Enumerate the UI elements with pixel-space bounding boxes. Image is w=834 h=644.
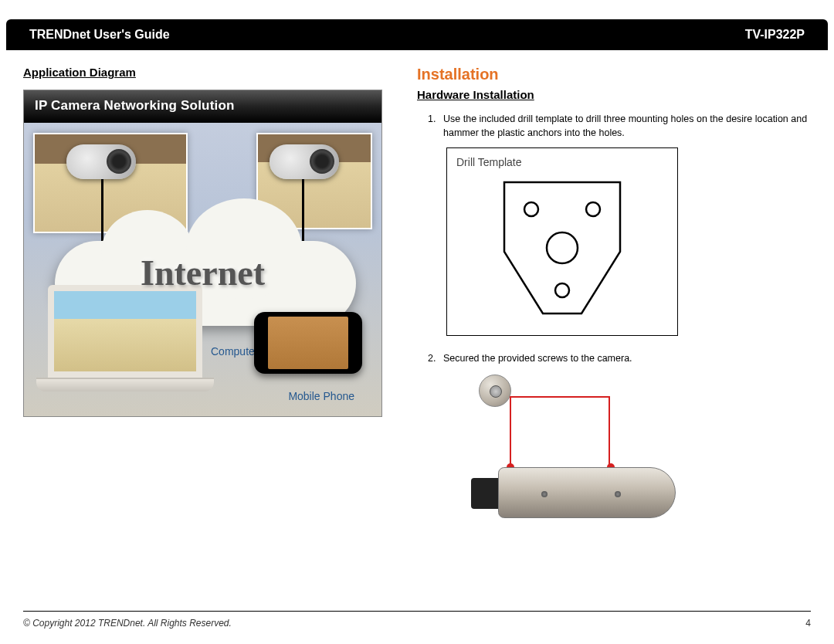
camera-screw-figure: [471, 375, 718, 537]
svg-point-1: [586, 202, 600, 216]
screw-icon: [479, 375, 511, 407]
callout-line: [510, 396, 610, 467]
cable-line: [302, 179, 304, 249]
application-diagram: IP Camera Networking Solution Internet C…: [23, 90, 382, 417]
guide-title: TRENDnet User's Guide: [29, 28, 170, 42]
copyright-text: © Copyright 2012 TRENDnet. All Rights Re…: [23, 618, 232, 629]
cloud-label: Internet: [24, 253, 381, 293]
step-1: Use the included drill template to drill…: [439, 112, 811, 140]
right-column: Installation Hardware Installation Use t…: [417, 66, 811, 537]
model-number: TV-IP322P: [745, 28, 805, 42]
step-2: Secured the provided screws to the camer…: [439, 351, 811, 365]
left-column: Application Diagram IP Camera Networking…: [23, 66, 386, 537]
instruction-list: Use the included drill template to drill…: [439, 112, 811, 140]
laptop-icon: [36, 285, 214, 401]
page-header: TRENDnet User's Guide TV-IP322P: [6, 19, 828, 50]
camera-icon: [270, 144, 339, 179]
page-number: 4: [805, 618, 811, 629]
svg-point-2: [547, 232, 578, 263]
diagram-title: IP Camera Networking Solution: [24, 90, 381, 123]
camera-body-icon: [471, 459, 687, 529]
drill-template-icon: [489, 175, 636, 321]
installation-title: Installation: [417, 66, 811, 83]
app-diagram-heading: Application Diagram: [23, 66, 386, 79]
drill-template-figure: Drill Template: [446, 147, 678, 336]
camera-icon: [66, 144, 136, 179]
hardware-install-heading: Hardware Installation: [417, 88, 811, 101]
svg-point-3: [555, 283, 569, 297]
phone-icon: [254, 312, 362, 374]
page-footer: © Copyright 2012 TRENDnet. All Rights Re…: [23, 611, 811, 629]
page-content: Application Diagram IP Camera Networking…: [0, 50, 834, 537]
computer-label: Computer: [211, 345, 258, 358]
svg-point-0: [524, 202, 538, 216]
instruction-list-2: Secured the provided screws to the camer…: [439, 351, 811, 365]
mobile-label: Mobile Phone: [288, 390, 354, 402]
drill-template-label: Drill Template: [456, 156, 668, 168]
